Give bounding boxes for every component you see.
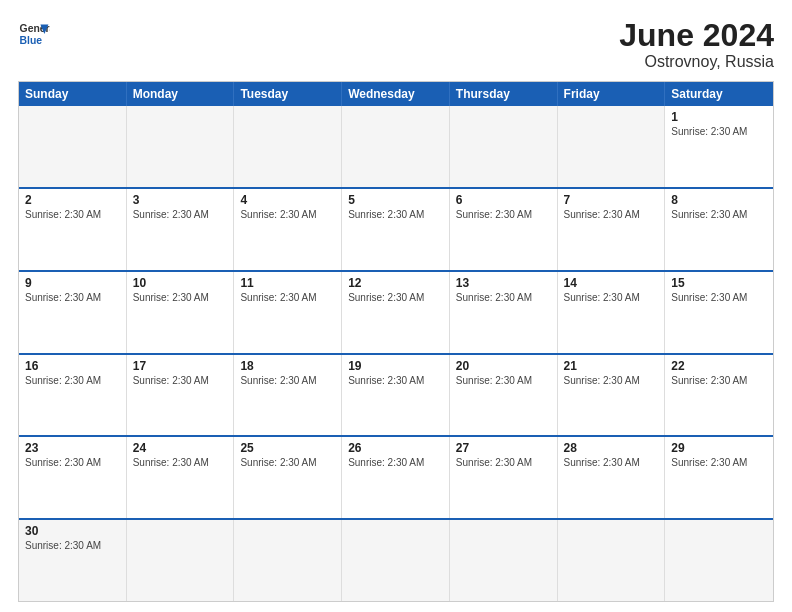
day-info: Sunrise: 2:30 AM <box>348 457 443 468</box>
day-info: Sunrise: 2:30 AM <box>671 126 767 137</box>
day-number: 29 <box>671 441 767 455</box>
table-row <box>558 106 666 187</box>
header-cell-thursday: Thursday <box>450 82 558 106</box>
day-number: 17 <box>133 359 228 373</box>
table-row: 24Sunrise: 2:30 AM <box>127 437 235 518</box>
calendar-row-3: 16Sunrise: 2:30 AM17Sunrise: 2:30 AM18Su… <box>19 353 773 436</box>
day-info: Sunrise: 2:30 AM <box>564 375 659 386</box>
day-number: 23 <box>25 441 120 455</box>
day-info: Sunrise: 2:30 AM <box>25 375 120 386</box>
table-row: 13Sunrise: 2:30 AM <box>450 272 558 353</box>
table-row: 22Sunrise: 2:30 AM <box>665 355 773 436</box>
day-info: Sunrise: 2:30 AM <box>456 292 551 303</box>
calendar-row-0: 1Sunrise: 2:30 AM <box>19 106 773 187</box>
calendar-body: 1Sunrise: 2:30 AM2Sunrise: 2:30 AM3Sunri… <box>19 106 773 601</box>
day-info: Sunrise: 2:30 AM <box>671 375 767 386</box>
day-info: Sunrise: 2:30 AM <box>25 540 120 551</box>
table-row <box>450 520 558 601</box>
day-info: Sunrise: 2:30 AM <box>456 375 551 386</box>
day-info: Sunrise: 2:30 AM <box>348 375 443 386</box>
day-info: Sunrise: 2:30 AM <box>348 292 443 303</box>
table-row: 11Sunrise: 2:30 AM <box>234 272 342 353</box>
table-row: 14Sunrise: 2:30 AM <box>558 272 666 353</box>
day-info: Sunrise: 2:30 AM <box>564 457 659 468</box>
svg-text:Blue: Blue <box>20 35 43 46</box>
table-row: 1Sunrise: 2:30 AM <box>665 106 773 187</box>
table-row: 25Sunrise: 2:30 AM <box>234 437 342 518</box>
day-number: 4 <box>240 193 335 207</box>
day-info: Sunrise: 2:30 AM <box>25 209 120 220</box>
table-row: 28Sunrise: 2:30 AM <box>558 437 666 518</box>
day-info: Sunrise: 2:30 AM <box>671 292 767 303</box>
day-number: 12 <box>348 276 443 290</box>
day-number: 19 <box>348 359 443 373</box>
table-row: 29Sunrise: 2:30 AM <box>665 437 773 518</box>
header-cell-wednesday: Wednesday <box>342 82 450 106</box>
table-row <box>127 106 235 187</box>
table-row <box>342 106 450 187</box>
table-row: 26Sunrise: 2:30 AM <box>342 437 450 518</box>
day-info: Sunrise: 2:30 AM <box>133 292 228 303</box>
day-number: 26 <box>348 441 443 455</box>
day-number: 20 <box>456 359 551 373</box>
calendar-row-5: 30Sunrise: 2:30 AM <box>19 518 773 601</box>
logo: General Blue <box>18 18 50 50</box>
table-row <box>558 520 666 601</box>
table-row: 7Sunrise: 2:30 AM <box>558 189 666 270</box>
table-row: 12Sunrise: 2:30 AM <box>342 272 450 353</box>
calendar-page: General Blue June 2024 Ostrovnoy, Russia… <box>0 0 792 612</box>
table-row <box>665 520 773 601</box>
table-row: 23Sunrise: 2:30 AM <box>19 437 127 518</box>
table-row: 9Sunrise: 2:30 AM <box>19 272 127 353</box>
header-cell-tuesday: Tuesday <box>234 82 342 106</box>
table-row: 15Sunrise: 2:30 AM <box>665 272 773 353</box>
day-info: Sunrise: 2:30 AM <box>564 292 659 303</box>
day-number: 21 <box>564 359 659 373</box>
day-info: Sunrise: 2:30 AM <box>133 375 228 386</box>
table-row <box>234 520 342 601</box>
header-cell-saturday: Saturday <box>665 82 773 106</box>
day-info: Sunrise: 2:30 AM <box>564 209 659 220</box>
day-number: 22 <box>671 359 767 373</box>
calendar-subtitle: Ostrovnoy, Russia <box>619 53 774 71</box>
day-number: 18 <box>240 359 335 373</box>
day-number: 11 <box>240 276 335 290</box>
calendar-title: June 2024 <box>619 18 774 53</box>
day-number: 1 <box>671 110 767 124</box>
header-cell-friday: Friday <box>558 82 666 106</box>
day-number: 6 <box>456 193 551 207</box>
table-row: 8Sunrise: 2:30 AM <box>665 189 773 270</box>
day-info: Sunrise: 2:30 AM <box>348 209 443 220</box>
table-row: 17Sunrise: 2:30 AM <box>127 355 235 436</box>
table-row <box>127 520 235 601</box>
day-info: Sunrise: 2:30 AM <box>25 292 120 303</box>
table-row: 3Sunrise: 2:30 AM <box>127 189 235 270</box>
day-info: Sunrise: 2:30 AM <box>240 209 335 220</box>
day-number: 30 <box>25 524 120 538</box>
day-info: Sunrise: 2:30 AM <box>671 457 767 468</box>
day-number: 25 <box>240 441 335 455</box>
day-number: 15 <box>671 276 767 290</box>
day-info: Sunrise: 2:30 AM <box>133 457 228 468</box>
day-info: Sunrise: 2:30 AM <box>671 209 767 220</box>
day-number: 27 <box>456 441 551 455</box>
day-number: 16 <box>25 359 120 373</box>
day-info: Sunrise: 2:30 AM <box>456 209 551 220</box>
table-row <box>234 106 342 187</box>
day-info: Sunrise: 2:30 AM <box>25 457 120 468</box>
day-info: Sunrise: 2:30 AM <box>133 209 228 220</box>
table-row <box>19 106 127 187</box>
table-row: 2Sunrise: 2:30 AM <box>19 189 127 270</box>
day-number: 7 <box>564 193 659 207</box>
day-info: Sunrise: 2:30 AM <box>240 457 335 468</box>
day-number: 5 <box>348 193 443 207</box>
calendar-row-4: 23Sunrise: 2:30 AM24Sunrise: 2:30 AM25Su… <box>19 435 773 518</box>
day-number: 24 <box>133 441 228 455</box>
table-row: 20Sunrise: 2:30 AM <box>450 355 558 436</box>
logo-icon: General Blue <box>18 18 50 50</box>
day-number: 8 <box>671 193 767 207</box>
day-number: 2 <box>25 193 120 207</box>
day-number: 13 <box>456 276 551 290</box>
table-row: 30Sunrise: 2:30 AM <box>19 520 127 601</box>
calendar: SundayMondayTuesdayWednesdayThursdayFrid… <box>18 81 774 602</box>
